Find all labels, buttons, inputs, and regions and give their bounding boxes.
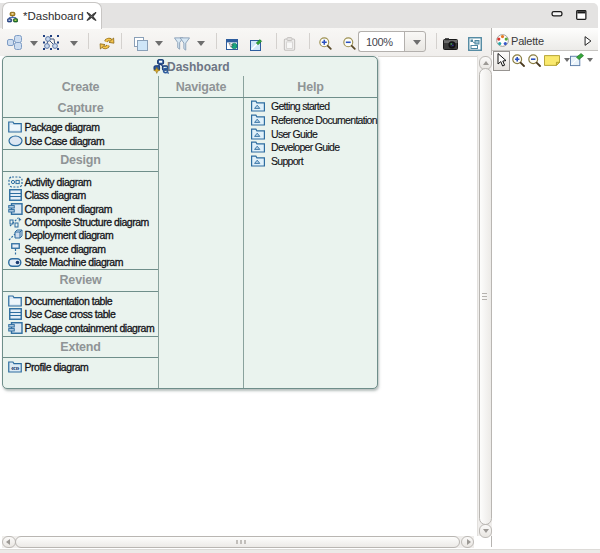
svg-text:«»: «» — [11, 364, 20, 373]
